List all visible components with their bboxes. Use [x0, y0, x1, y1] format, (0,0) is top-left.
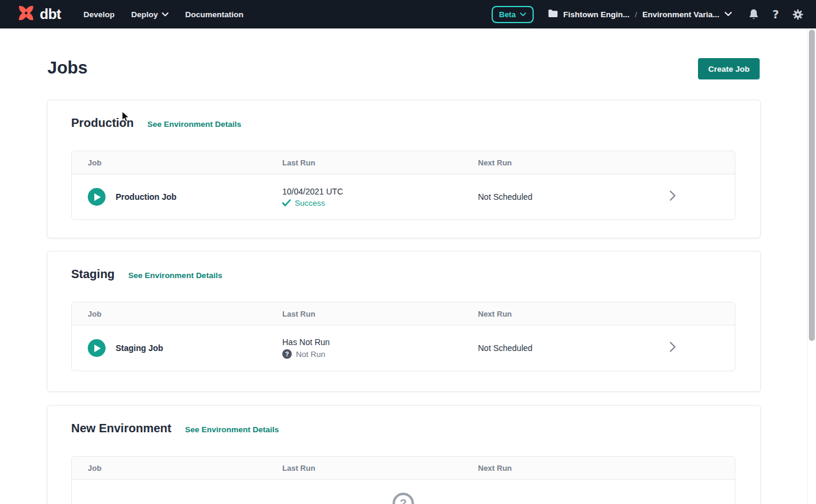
jobs-table: Job Last Run Next Run Production Job 10/… [71, 151, 735, 220]
row-chevron-right-icon[interactable] [664, 190, 735, 203]
success-check-icon [282, 199, 291, 206]
nav-develop[interactable]: Develop [84, 10, 115, 19]
jobs-table-header: Job Last Run Next Run [72, 151, 735, 174]
empty-jobs-body: ? [72, 480, 735, 504]
folder-icon [548, 9, 558, 20]
beta-dropdown[interactable]: Beta [492, 6, 534, 23]
column-header-job: Job [88, 464, 282, 473]
see-environment-details-link[interactable]: See Environment Details [185, 425, 279, 434]
job-name: Staging Job [116, 343, 163, 353]
help-icon[interactable]: ? [769, 8, 782, 21]
navbar-right: Beta Fishtown Engin... / Environment Var… [492, 6, 805, 23]
chevron-down-icon [520, 12, 526, 17]
create-job-button[interactable]: Create Job [698, 58, 760, 79]
dbt-logo-icon [17, 4, 36, 25]
main-nav: Develop Deploy Documentation [84, 10, 244, 19]
breadcrumb-current[interactable]: Environment Varia... [642, 10, 719, 19]
top-navbar: dbt Develop Deploy Documentation Beta Fi… [0, 0, 816, 28]
next-run-value: Not Scheduled [478, 192, 664, 202]
job-name: Production Job [116, 192, 177, 202]
last-run-status: Success [295, 199, 325, 208]
run-job-play-button[interactable] [88, 339, 106, 357]
column-header-last-run: Last Run [282, 464, 478, 473]
notifications-bell-icon[interactable] [747, 8, 760, 21]
settings-gear-icon[interactable] [791, 8, 804, 21]
scrollbar-track[interactable] [807, 28, 816, 504]
environment-name: New Environment [71, 421, 171, 436]
run-job-play-button[interactable] [88, 188, 106, 206]
breadcrumb-account[interactable]: Fishtown Engin... [563, 10, 630, 19]
column-header-next-run: Next Run [478, 310, 664, 318]
jobs-table-header: Job Last Run Next Run [72, 457, 735, 480]
dbt-logo-text: dbt [40, 6, 61, 23]
not-run-question-icon: ? [282, 349, 292, 359]
environment-card-production: Production See Environment Details Job L… [47, 100, 761, 238]
jobs-table-header: Job Last Run Next Run [72, 302, 735, 326]
column-header-job: Job [88, 158, 282, 167]
column-header-last-run: Last Run [282, 310, 478, 318]
column-header-next-run: Next Run [478, 158, 664, 167]
breadcrumb: Fishtown Engin... / Environment Varia... [548, 9, 732, 20]
nav-documentation[interactable]: Documentation [185, 10, 243, 19]
environment-card-new-environment: New Environment See Environment Details … [47, 405, 761, 504]
main-content: Jobs Create Job Production See Environme… [0, 28, 816, 504]
jobs-table: Job Last Run Next Run ? [71, 456, 735, 504]
scrollbar-thumb[interactable] [809, 30, 815, 341]
last-run-date: 10/04/2021 UTC [282, 187, 478, 196]
breadcrumb-separator: / [635, 10, 637, 19]
row-chevron-right-icon[interactable] [664, 342, 735, 355]
jobs-table: Job Last Run Next Run Staging Job Has No… [71, 302, 735, 371]
job-row-production[interactable]: Production Job 10/04/2021 UTC Success No… [72, 174, 735, 219]
column-header-job: Job [88, 310, 282, 318]
environment-name: Staging [71, 267, 114, 282]
page-title: Jobs [47, 58, 88, 78]
nav-deploy[interactable]: Deploy [131, 10, 168, 19]
navbar-icons: ? [747, 8, 804, 21]
column-header-next-run: Next Run [478, 464, 664, 473]
job-row-staging[interactable]: Staging Job Has Not Run ? Not Run Not Sc… [72, 326, 735, 371]
see-environment-details-link[interactable]: See Environment Details [128, 271, 222, 280]
dbt-logo[interactable]: dbt [17, 4, 61, 25]
next-run-value: Not Scheduled [478, 343, 664, 353]
see-environment-details-link[interactable]: See Environment Details [148, 120, 241, 129]
chevron-down-icon[interactable] [725, 12, 732, 17]
chevron-down-icon [162, 12, 168, 17]
empty-state-question-icon: ? [393, 493, 414, 504]
last-run-status: Not Run [296, 350, 326, 359]
environment-card-staging: Staging See Environment Details Job Last… [47, 251, 761, 392]
last-run-date: Has Not Run [282, 337, 478, 347]
column-header-last-run: Last Run [282, 158, 478, 167]
environment-name: Production [71, 116, 134, 130]
